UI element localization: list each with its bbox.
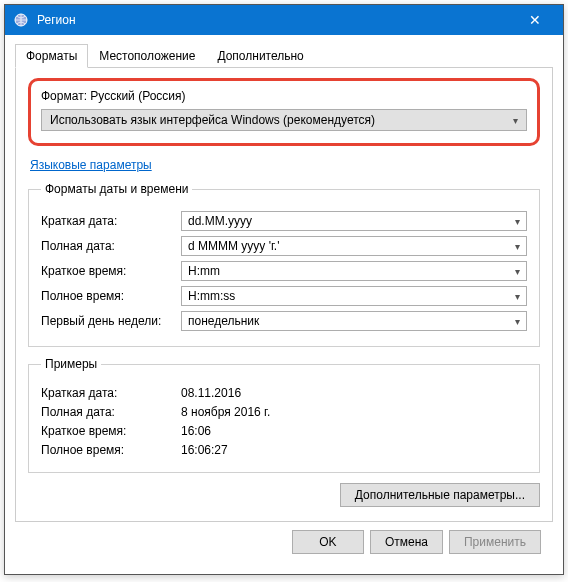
examples-legend: Примеры: [41, 357, 101, 371]
short-time-value: H:mm: [188, 264, 220, 278]
long-date-value: d MMMM yyyy 'г.': [188, 239, 280, 253]
ex-long-date-label: Полная дата:: [41, 405, 181, 419]
apply-button[interactable]: Применить: [449, 530, 541, 554]
short-time-select[interactable]: H:mm ▾: [181, 261, 527, 281]
ex-short-date-label: Краткая дата:: [41, 386, 181, 400]
tabs: Форматы Местоположение Дополнительно: [15, 43, 553, 68]
ex-short-time-value: 16:06: [181, 424, 527, 438]
cancel-button[interactable]: Отмена: [370, 530, 443, 554]
examples-group: Примеры Краткая дата: 08.11.2016 Полная …: [28, 357, 540, 473]
format-dropdown[interactable]: Использовать язык интерфейса Windows (ре…: [41, 109, 527, 131]
chevron-down-icon: ▾: [515, 291, 520, 302]
tabpanel-formats: Формат: Русский (Россия) Использовать яз…: [15, 68, 553, 522]
long-time-label: Полное время:: [41, 289, 181, 303]
long-time-select[interactable]: H:mm:ss ▾: [181, 286, 527, 306]
ex-long-time-value: 16:06:27: [181, 443, 527, 457]
additional-settings-button[interactable]: Дополнительные параметры...: [340, 483, 540, 507]
long-date-select[interactable]: d MMMM yyyy 'г.' ▾: [181, 236, 527, 256]
first-day-select[interactable]: понедельник ▾: [181, 311, 527, 331]
format-label: Формат: Русский (Россия): [41, 89, 527, 103]
short-time-label: Краткое время:: [41, 264, 181, 278]
datetime-formats-group: Форматы даты и времени Краткая дата: dd.…: [28, 182, 540, 347]
ok-button[interactable]: OK: [292, 530, 364, 554]
ex-long-time-label: Полное время:: [41, 443, 181, 457]
long-date-label: Полная дата:: [41, 239, 181, 253]
chevron-down-icon: ▾: [515, 216, 520, 227]
content: Форматы Местоположение Дополнительно Фор…: [5, 35, 563, 574]
chevron-down-icon: ▾: [515, 316, 520, 327]
chevron-down-icon: ▾: [515, 266, 520, 277]
dialog-footer: OK Отмена Применить: [15, 522, 553, 566]
chevron-down-icon: ▾: [515, 241, 520, 252]
language-settings-link[interactable]: Языковые параметры: [30, 158, 152, 172]
datetime-formats-legend: Форматы даты и времени: [41, 182, 192, 196]
tab-location[interactable]: Местоположение: [88, 44, 206, 68]
tab-formats[interactable]: Форматы: [15, 44, 88, 68]
titlebar: Регион ✕: [5, 5, 563, 35]
format-highlight-box: Формат: Русский (Россия) Использовать яз…: [28, 78, 540, 146]
long-time-value: H:mm:ss: [188, 289, 235, 303]
format-dropdown-value: Использовать язык интерфейса Windows (ре…: [50, 113, 375, 127]
ex-short-time-label: Краткое время:: [41, 424, 181, 438]
ex-long-date-value: 8 ноября 2016 г.: [181, 405, 527, 419]
first-day-value: понедельник: [188, 314, 259, 328]
short-date-label: Краткая дата:: [41, 214, 181, 228]
region-icon: [13, 12, 29, 28]
region-dialog: Регион ✕ Форматы Местоположение Дополнит…: [4, 4, 564, 575]
chevron-down-icon: ▾: [513, 115, 518, 126]
tab-advanced[interactable]: Дополнительно: [206, 44, 314, 68]
first-day-label: Первый день недели:: [41, 314, 181, 328]
close-button[interactable]: ✕: [515, 12, 555, 28]
short-date-value: dd.MM.yyyy: [188, 214, 252, 228]
window-title: Регион: [37, 13, 515, 27]
short-date-select[interactable]: dd.MM.yyyy ▾: [181, 211, 527, 231]
ex-short-date-value: 08.11.2016: [181, 386, 527, 400]
